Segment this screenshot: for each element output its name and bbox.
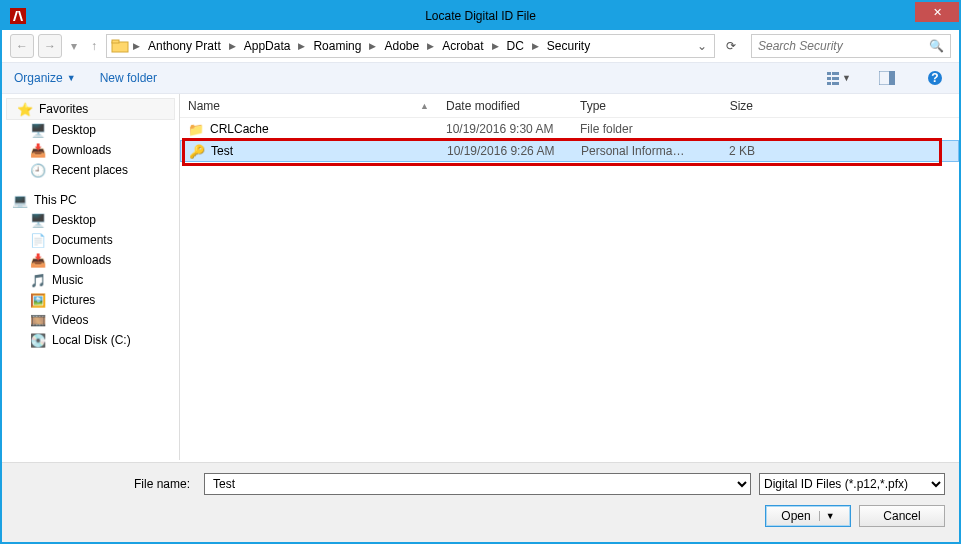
address-bar[interactable]: ▶ Anthony Pratt ▶ AppData ▶ Roaming ▶ Ad… xyxy=(106,34,715,58)
nav-bar: ← → ▾ ↑ ▶ Anthony Pratt ▶ AppData ▶ Roam… xyxy=(2,30,959,62)
preview-pane-button[interactable] xyxy=(875,66,899,90)
breadcrumb-sep[interactable]: ▶ xyxy=(296,41,307,51)
filename-input[interactable]: Test xyxy=(204,473,751,495)
search-icon: 🔍 xyxy=(929,39,944,53)
sidebar-item-videos[interactable]: 🎞️Videos xyxy=(2,310,179,330)
breadcrumb[interactable]: AppData xyxy=(240,39,295,53)
app-icon xyxy=(8,6,28,26)
sidebar-item-downloads[interactable]: 📥Downloads xyxy=(2,140,179,160)
filename-label: File name: xyxy=(16,477,196,491)
svg-rect-2 xyxy=(112,40,119,43)
file-row[interactable]: 📁CRLCache 10/19/2016 9:30 AM File folder xyxy=(180,118,959,140)
footer: File name: Test Digital ID Files (*.p12,… xyxy=(2,462,959,542)
breadcrumb-sep[interactable]: ▶ xyxy=(490,41,501,51)
sidebar-item-documents[interactable]: 📄Documents xyxy=(2,230,179,250)
svg-rect-3 xyxy=(827,72,831,75)
svg-rect-6 xyxy=(832,77,839,80)
recent-icon: 🕘 xyxy=(30,162,46,178)
breadcrumb-sep[interactable]: ▶ xyxy=(425,41,436,51)
split-chevron-icon: ▼ xyxy=(819,511,835,521)
breadcrumb[interactable]: Acrobat xyxy=(438,39,487,53)
breadcrumb-sep[interactable]: ▶ xyxy=(367,41,378,51)
col-size[interactable]: Size xyxy=(692,99,762,113)
svg-rect-10 xyxy=(889,71,895,85)
file-list: Name▲ Date modified Type Size 📁CRLCache … xyxy=(180,94,959,460)
up-button[interactable]: ↑ xyxy=(86,34,102,58)
sidebar-item-recent[interactable]: 🕘Recent places xyxy=(2,160,179,180)
computer-icon: 💻 xyxy=(12,192,28,208)
svg-text:?: ? xyxy=(931,71,938,85)
breadcrumb-sep[interactable]: ▶ xyxy=(227,41,238,51)
help-button[interactable]: ? xyxy=(923,66,947,90)
content-area: ⭐ Favorites 🖥️Desktop 📥Downloads 🕘Recent… xyxy=(2,94,959,460)
sidebar-favorites[interactable]: ⭐ Favorites xyxy=(6,98,175,120)
sort-asc-icon: ▲ xyxy=(420,101,429,111)
toolbar: Organize ▼ New folder ▼ ? xyxy=(2,62,959,94)
titlebar: Locate Digital ID File ✕ xyxy=(2,2,959,30)
search-input[interactable] xyxy=(758,39,929,53)
sidebar-item-desktop[interactable]: 🖥️Desktop xyxy=(2,210,179,230)
desktop-icon: 🖥️ xyxy=(30,122,46,138)
breadcrumb-sep[interactable]: ▶ xyxy=(530,41,541,51)
breadcrumb[interactable]: Adobe xyxy=(380,39,423,53)
file-row-selected[interactable]: 🔑Test 10/19/2016 9:26 AM Personal Inform… xyxy=(180,140,959,162)
desktop-icon: 🖥️ xyxy=(30,212,46,228)
recent-locations-button[interactable]: ▾ xyxy=(66,34,82,58)
folder-icon: 📁 xyxy=(188,121,204,137)
view-options-button[interactable]: ▼ xyxy=(827,66,851,90)
svg-rect-4 xyxy=(832,72,839,75)
videos-icon: 🎞️ xyxy=(30,312,46,328)
music-icon: 🎵 xyxy=(30,272,46,288)
col-date[interactable]: Date modified xyxy=(438,99,572,113)
breadcrumb[interactable]: Security xyxy=(543,39,594,53)
disk-icon: 💽 xyxy=(30,332,46,348)
svg-rect-7 xyxy=(827,82,831,85)
forward-button[interactable]: → xyxy=(38,34,62,58)
downloads-icon: 📥 xyxy=(30,142,46,158)
filetype-filter[interactable]: Digital ID Files (*.p12,*.pfx) xyxy=(759,473,945,495)
breadcrumb-sep[interactable]: ▶ xyxy=(131,41,142,51)
chevron-down-icon: ▼ xyxy=(842,73,851,83)
certificate-icon: 🔑 xyxy=(189,143,205,159)
back-button[interactable]: ← xyxy=(10,34,34,58)
svg-rect-0 xyxy=(10,8,26,24)
svg-rect-5 xyxy=(827,77,831,80)
col-type[interactable]: Type xyxy=(572,99,692,113)
sidebar-item-localdisk[interactable]: 💽Local Disk (C:) xyxy=(2,330,179,350)
downloads-icon: 📥 xyxy=(30,252,46,268)
open-button[interactable]: Open ▼ xyxy=(765,505,851,527)
documents-icon: 📄 xyxy=(30,232,46,248)
pictures-icon: 🖼️ xyxy=(30,292,46,308)
address-dropdown[interactable]: ⌄ xyxy=(694,39,710,53)
column-headers: Name▲ Date modified Type Size xyxy=(180,94,959,118)
breadcrumb[interactable]: Roaming xyxy=(309,39,365,53)
chevron-down-icon: ▼ xyxy=(67,73,76,83)
close-button[interactable]: ✕ xyxy=(915,2,959,22)
window-title: Locate Digital ID File xyxy=(2,9,959,23)
sidebar-thispc[interactable]: 💻 This PC xyxy=(2,190,179,210)
search-box[interactable]: 🔍 xyxy=(751,34,951,58)
star-icon: ⭐ xyxy=(17,101,33,117)
organize-button[interactable]: Organize ▼ xyxy=(14,71,76,85)
breadcrumb[interactable]: DC xyxy=(503,39,528,53)
nav-tree: ⭐ Favorites 🖥️Desktop 📥Downloads 🕘Recent… xyxy=(2,94,180,460)
sidebar-item-music[interactable]: 🎵Music xyxy=(2,270,179,290)
sidebar-item-desktop[interactable]: 🖥️Desktop xyxy=(2,120,179,140)
new-folder-button[interactable]: New folder xyxy=(100,71,157,85)
svg-rect-8 xyxy=(832,82,839,85)
col-name[interactable]: Name▲ xyxy=(180,99,438,113)
breadcrumb[interactable]: Anthony Pratt xyxy=(144,39,225,53)
sidebar-item-pictures[interactable]: 🖼️Pictures xyxy=(2,290,179,310)
sidebar-item-downloads[interactable]: 📥Downloads xyxy=(2,250,179,270)
folder-icon xyxy=(111,37,129,55)
cancel-button[interactable]: Cancel xyxy=(859,505,945,527)
refresh-button[interactable]: ⟳ xyxy=(719,34,743,58)
